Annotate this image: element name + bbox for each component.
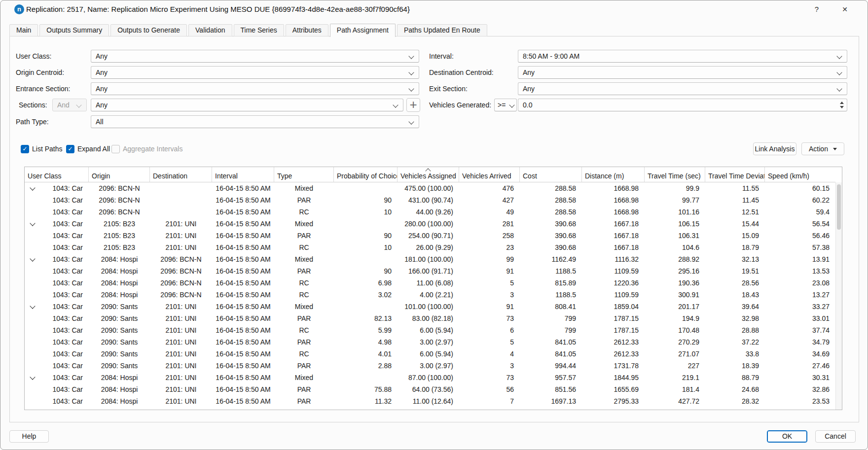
cell-user-class: 1043: Car [25,253,89,265]
list-paths-checkbox[interactable] [21,145,29,153]
cell-distance: 1668.98 [582,194,645,206]
chevron-down-icon [408,86,414,91]
table-row[interactable]: 1043: Car 2096: BCN-N 16-04-15 8:50 AM M… [25,182,835,194]
tab[interactable]: Attributes [286,24,328,36]
spin-up-icon[interactable] [840,102,844,104]
column-header[interactable]: Travel Time Deviation [705,167,765,182]
cell-vehicles-assigned: 26.00 (9.29) [398,242,459,253]
cell-type: PAR [274,312,334,324]
sections-combo[interactable]: Any [91,99,403,111]
table-row[interactable]: 1043: Car 2090: Sants 2101: UNI 16-04-15… [25,301,835,312]
table-row[interactable]: 1043: Car 2084: Hospi 2101: UNI 16-04-15… [25,407,835,410]
table-row[interactable]: 1043: Car 2090: Sants 2101: UNI 16-04-15… [25,360,835,372]
column-header[interactable]: Origin [89,167,150,182]
column-header[interactable]: Travel Time (sec) [645,167,705,182]
table-row[interactable]: 1043: Car 2084: Hospi 2101: UNI 16-04-15… [25,383,835,395]
cell-cost: 288.58 [520,194,582,206]
cell-vehicles-arrived: 6 [459,324,520,336]
expander-icon[interactable] [30,374,35,380]
table-row[interactable]: 1043: Car 2105: B23 2101: UNI 16-04-15 8… [25,242,835,253]
link-analysis-button[interactable]: Link Analysis [753,142,796,155]
spin-down-icon[interactable] [840,106,844,108]
help-button[interactable]: Help [9,430,49,443]
add-section-filter-button[interactable]: + [406,98,420,112]
exit-section-combo[interactable]: Any [518,82,847,95]
user-class-combo[interactable]: Any [91,50,419,63]
cell-travel-time: 170.48 [645,324,705,336]
ok-button[interactable]: OK [767,430,807,443]
column-header[interactable]: Destination [150,167,212,182]
tab[interactable]: Paths Updated En Route [397,24,487,36]
column-header[interactable]: User Class [25,167,89,182]
column-header[interactable]: Speed (km/h) [765,167,835,182]
table-row[interactable]: 1043: Car 2084: Hospi 2096: BCN-N 16-04-… [25,289,835,301]
vehicles-generated-operator-value: >= [498,101,506,109]
vehicles-generated-operator-combo[interactable]: >= [494,99,517,111]
cell-travel-time-deviation: 19.51 [705,265,765,277]
expander-icon[interactable] [30,220,35,226]
origin-centroid-combo[interactable]: Any [91,66,419,79]
table-row[interactable]: 1043: Car 2105: B23 2101: UNI 16-04-15 8… [25,218,835,230]
column-header[interactable]: Type [274,167,334,182]
column-header[interactable]: Probability of Choice [334,167,398,182]
spinner-buttons[interactable] [840,102,844,108]
table-row[interactable]: 1043: Car 2096: BCN-N 16-04-15 8:50 AM R… [25,206,835,218]
expander-icon[interactable] [30,256,35,261]
column-header[interactable]: Vehicles Arrived [459,167,520,182]
window-help-button[interactable]: ? [810,2,824,16]
cell-probability: 9.11 [334,407,398,410]
table-row[interactable]: 1043: Car 2084: Hospi 2096: BCN-N 16-04-… [25,265,835,277]
tab[interactable]: Outputs Summary [39,24,109,36]
table-row[interactable]: 1043: Car 2105: B23 2101: UNI 16-04-15 8… [25,230,835,242]
cell-travel-time-deviation: 12.51 [705,206,765,218]
cell-vehicles-arrived: 3 [459,360,520,372]
cell-user-class: 1043: Car [25,289,89,301]
cell-speed: 59.4 [765,206,835,218]
column-header[interactable]: Cost [520,167,582,182]
vehicles-generated-spinbox[interactable]: 0.0 [518,99,847,111]
scrollbar-thumb[interactable] [837,184,841,230]
cell-user-class: 1043: Car [25,242,89,253]
destination-centroid-combo[interactable]: Any [518,66,847,79]
table-row[interactable]: 1043: Car 2084: Hospi 2096: BCN-N 16-04-… [25,277,835,289]
cell-cost: 851.56 [520,383,582,395]
cell-cost: 288.58 [520,182,582,194]
table-row[interactable]: 1043: Car 2090: Sants 2101: UNI 16-04-15… [25,348,835,360]
column-header[interactable]: Interval [212,167,274,182]
column-header[interactable]: Distance (m) [582,167,645,182]
cell-vehicles-arrived: 427 [459,194,520,206]
expand-all-checkbox[interactable] [66,145,74,153]
window-close-button[interactable]: ✕ [838,2,852,16]
table-row[interactable]: 1043: Car 2096: BCN-N 16-04-15 8:50 AM P… [25,194,835,206]
action-button[interactable]: Action [801,142,844,155]
cell-distance: 1787.15 [582,312,645,324]
entrance-section-label: Entrance Section: [16,82,71,95]
tab[interactable]: Outputs to Generate [110,24,187,36]
cell-destination: 2101: UNI [150,324,212,336]
table-row[interactable]: 1043: Car 2090: Sants 2101: UNI 16-04-15… [25,312,835,324]
cell-distance: 1655.69 [582,383,645,395]
tab[interactable]: Time Series [234,24,284,36]
expander-icon[interactable] [30,303,35,309]
tab[interactable]: Main [9,24,38,36]
cell-distance: 1844.95 [582,372,645,383]
expander-icon[interactable] [30,185,35,190]
paths-table: User ClassOriginDestinationIntervalTypeP… [24,167,842,410]
interval-combo[interactable]: 8:50 AM - 9:00 AM [518,50,847,63]
table-row[interactable]: 1043: Car 2084: Hospi 2096: BCN-N 16-04-… [25,253,835,265]
cell-speed: 27.46 [765,360,835,372]
cell-distance: 2612.33 [582,348,645,360]
cell-travel-time: 106.31 [645,230,705,242]
tab[interactable]: Path Assignment [330,24,396,37]
vertical-scrollbar[interactable] [835,182,842,410]
table-row[interactable]: 1043: Car 2084: Hospi 2101: UNI 16-04-15… [25,395,835,407]
tab[interactable]: Validation [188,24,232,36]
entrance-section-combo[interactable]: Any [91,82,419,95]
table-row[interactable]: 1043: Car 2084: Hospi 2101: UNI 16-04-15… [25,372,835,383]
cell-probability [334,182,398,194]
cell-interval: 16-04-15 8:50 AM [212,265,274,277]
cancel-button[interactable]: Cancel [815,430,856,443]
table-row[interactable]: 1043: Car 2090: Sants 2101: UNI 16-04-15… [25,336,835,348]
path-type-combo[interactable]: All [91,115,419,128]
table-row[interactable]: 1043: Car 2090: Sants 2101: UNI 16-04-15… [25,324,835,336]
